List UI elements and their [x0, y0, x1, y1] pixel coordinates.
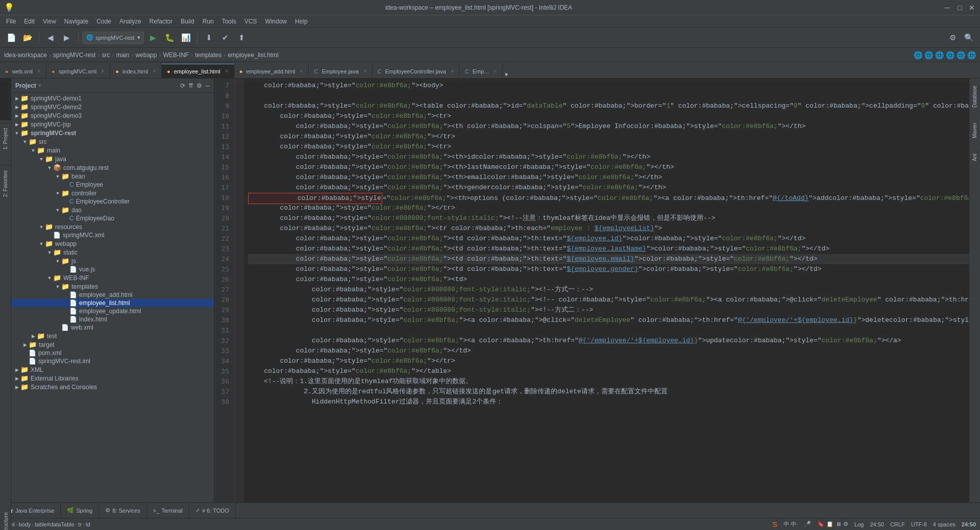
tree-item-35[interactable]: ▶📁Scratches and Consoles [11, 383, 214, 391]
maximize-button[interactable]: □ [955, 4, 964, 12]
git-push-button[interactable]: ⬆ [234, 31, 249, 45]
breadcrumb-item-3[interactable]: main [116, 52, 129, 59]
tree-item-25[interactable]: 📄employee_list.html [11, 299, 214, 307]
tree-item-19[interactable]: ▼📁static [11, 248, 214, 257]
breadcrumb-item-6[interactable]: templates [195, 52, 222, 59]
menu-item-view[interactable]: View [39, 17, 60, 26]
tab-close-6[interactable]: ✕ [450, 68, 454, 74]
tree-item-4[interactable]: ▶📁springMVC-jsp [11, 120, 214, 129]
browser-icon-5[interactable]: 🌐 [957, 51, 965, 59]
settings-button[interactable]: ⚙ [945, 31, 960, 45]
menu-item-tools[interactable]: Tools [218, 17, 240, 26]
project-title-arrow[interactable]: ▾ [38, 82, 41, 89]
menu-item-help[interactable]: Help [291, 17, 312, 26]
menu-item-navigate[interactable]: Navigate [60, 17, 92, 26]
tab-employee-add-html[interactable]: ●employee_add.html✕ [234, 64, 309, 78]
bottom-tab-1[interactable]: 🌿Spring [61, 503, 99, 518]
tab-close-3[interactable]: ✕ [225, 68, 229, 74]
tab-close-1[interactable]: ✕ [101, 68, 105, 74]
tree-item-8[interactable]: ▼📁java [11, 155, 214, 163]
close-button[interactable]: ✕ [968, 4, 976, 12]
git-commit-button[interactable]: ✔ [218, 31, 232, 45]
menu-item-build[interactable]: Build [177, 17, 199, 26]
browser-icon-1[interactable]: 🌐 [914, 51, 922, 59]
maven-tab[interactable]: Maven [970, 118, 979, 143]
breadcrumb-item-5[interactable]: WEB-INF [163, 52, 189, 59]
tree-item-21[interactable]: 📄vue.js [11, 265, 214, 273]
tree-item-7[interactable]: ▼📁main [11, 146, 214, 155]
tree-item-34[interactable]: ▶📁External Libraries [11, 374, 214, 383]
tree-item-22[interactable]: ▼📁WEB-INF [11, 273, 214, 282]
tree-item-30[interactable]: ▶📁target [11, 340, 214, 349]
panel-collapse-icon[interactable]: ⇈ [188, 82, 193, 89]
tab-employee-java[interactable]: CEmployee.java✕ [309, 64, 372, 78]
menu-item-vcs[interactable]: VCS [240, 17, 261, 26]
status-log-label[interactable]: Log [854, 521, 864, 527]
tree-item-18[interactable]: ▼📁webapp [11, 239, 214, 248]
tab-employee-list-html[interactable]: ●employee_list.html✕ [162, 64, 234, 78]
panel-settings-icon[interactable]: ⚙ [197, 82, 202, 89]
breadcrumb-item-4[interactable]: webapp [135, 52, 157, 59]
bottom-tab-4[interactable]: ✓≡ 6: TODO [189, 503, 236, 518]
tree-item-13[interactable]: CEmployeeController [11, 197, 214, 206]
back-button[interactable]: ◀ [43, 31, 58, 45]
browser-icon-2[interactable]: 🌐 [924, 51, 933, 59]
tab-index-html[interactable]: ●index.html✕ [110, 64, 162, 78]
tree-item-3[interactable]: ▶📁springMVC-demo3 [11, 111, 214, 120]
menu-item-edit[interactable]: Edit [20, 17, 39, 26]
menu-item-refactor[interactable]: Refactor [145, 17, 177, 26]
tab-close-5[interactable]: ✕ [363, 68, 367, 74]
tree-item-20[interactable]: ▼📁js [11, 257, 214, 265]
tab-employeecontroller-java[interactable]: CEmployeeController.java✕ [373, 64, 460, 78]
browser-icon-4[interactable]: 🌐 [946, 51, 954, 59]
debug-button[interactable]: 🐛 [162, 31, 177, 45]
tree-item-29[interactable]: ▶📁test [11, 332, 214, 340]
open-button[interactable]: 📂 [20, 31, 35, 45]
minimize-button[interactable]: ─ [943, 4, 951, 12]
breadcrumb-item-0[interactable]: idea-workspace [4, 52, 47, 59]
tab-emp---[interactable]: CEmp...✕ [460, 64, 503, 78]
tree-item-10[interactable]: ▼📁bean [11, 172, 214, 181]
tabs-overflow-arrow[interactable]: ▾ [503, 71, 510, 78]
project-tool-tab[interactable]: 1: Project [1, 122, 10, 155]
breadcrumb-item-2[interactable]: src [102, 52, 110, 59]
tree-item-9[interactable]: ▼📦com.atguigu.rest [11, 163, 214, 172]
tree-item-11[interactable]: CEmployee [11, 181, 214, 189]
browser-icon-3[interactable]: 🌐 [935, 51, 944, 59]
run-config-combo[interactable]: 🌐 springMVC-rest ▾ [83, 32, 144, 44]
tree-item-6[interactable]: ▼📁src [11, 137, 214, 146]
tree-item-1[interactable]: ▶📁springMVC-demo1 [11, 94, 214, 103]
menu-item-code[interactable]: Code [92, 17, 115, 26]
favorites-tool-tab[interactable]: 2: Favorites [1, 165, 10, 202]
tree-item-31[interactable]: 📄pom.xml [11, 349, 214, 357]
panel-minimize-icon[interactable]: ─ [205, 82, 210, 89]
breadcrumb-item-1[interactable]: springMVC-rest [53, 52, 95, 59]
tree-item-2[interactable]: ▶📁springMVC-demo2 [11, 103, 214, 111]
forward-button[interactable]: ▶ [60, 31, 74, 45]
ant-tab[interactable]: Ant [970, 148, 979, 166]
new-file-button[interactable]: 📄 [4, 31, 18, 45]
tab-close-2[interactable]: ✕ [152, 68, 156, 74]
code-content[interactable]: color:#bababa;">style="color:#e8bf6a;"><… [244, 79, 969, 502]
tab-web-xml[interactable]: ●web.xml✕ [0, 64, 46, 78]
menu-item-file[interactable]: File [2, 17, 20, 26]
menu-item-run[interactable]: Run [199, 17, 218, 26]
tree-item-15[interactable]: CEmployeeDao [11, 214, 214, 222]
bottom-tab-2[interactable]: ⚙8: Services [99, 503, 146, 518]
tab-close-7[interactable]: ✕ [493, 68, 497, 74]
tree-item-32[interactable]: 📄springMVC-rest.iml [11, 357, 214, 365]
tab-springmvc-xml[interactable]: ●springMVC.xml✕ [46, 64, 110, 78]
tree-item-12[interactable]: ▼📁controller [11, 189, 214, 197]
tree-item-5[interactable]: ▼📁springMVC-rest [11, 129, 214, 137]
git-update-button[interactable]: ⬇ [202, 31, 216, 45]
database-tab[interactable]: Database [970, 81, 979, 113]
tree-item-14[interactable]: ▼📁dao [11, 206, 214, 214]
tab-close-4[interactable]: ✕ [299, 68, 303, 74]
run-button[interactable]: ▶ [146, 31, 160, 45]
tree-item-24[interactable]: 📄employee_add.html [11, 291, 214, 299]
menu-item-analyze[interactable]: Analyze [115, 17, 145, 26]
browser-icon-6[interactable]: 🌐 [967, 51, 976, 59]
bottom-tab-3[interactable]: >_Terminal [147, 503, 189, 518]
panel-sync-icon[interactable]: ⟳ [180, 82, 185, 89]
editor-content[interactable]: 7891011121314151617181920212223242526272… [214, 79, 969, 502]
